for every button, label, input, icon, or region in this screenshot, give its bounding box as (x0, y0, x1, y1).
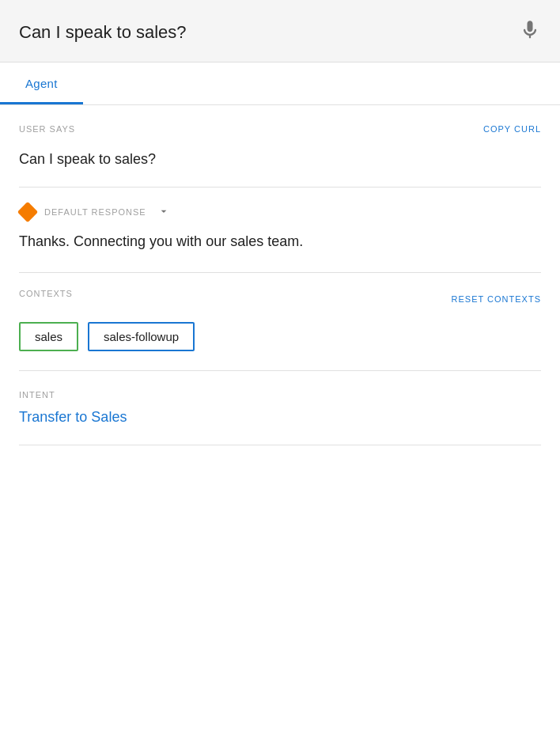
agent-icon (19, 203, 36, 221)
intent-link[interactable]: Transfer to Sales (19, 409, 541, 445)
contexts-label: CONTEXTS (19, 289, 73, 298)
contexts-section: CONTEXTS RESET CONTEXTS sales sales-foll… (19, 273, 541, 370)
header: Can I speak to sales? (0, 0, 560, 62)
default-response-section: DEFAULT RESPONSE Thanks. Connecting you … (19, 188, 541, 272)
divider-4 (19, 445, 541, 445)
response-label: DEFAULT RESPONSE (44, 207, 146, 217)
user-says-label: USER SAYS (19, 124, 75, 134)
tab-agent[interactable]: Agent (0, 62, 83, 104)
user-query-text: Can I speak to sales? (19, 151, 541, 187)
intent-section: INTENT Transfer to Sales (19, 371, 541, 445)
user-says-section: USER SAYS COPY CURL Can I speak to sales… (19, 105, 541, 187)
header-query: Can I speak to sales? (19, 22, 187, 43)
reset-contexts-button[interactable]: RESET CONTEXTS (452, 294, 541, 304)
main-content: USER SAYS COPY CURL Can I speak to sales… (0, 105, 560, 750)
tabs-bar: Agent (0, 62, 560, 105)
intent-label: INTENT (19, 390, 55, 400)
microphone-icon[interactable] (519, 19, 541, 46)
context-tags: sales sales-followup (19, 322, 541, 370)
copy-curl-button[interactable]: COPY CURL (483, 124, 541, 134)
context-tag-sales-followup: sales-followup (88, 322, 195, 351)
dropdown-icon[interactable] (157, 205, 170, 220)
context-tag-sales: sales (19, 322, 78, 351)
response-header: DEFAULT RESPONSE (19, 203, 541, 221)
response-text: Thanks. Connecting you with our sales te… (19, 233, 541, 272)
contexts-row: CONTEXTS RESET CONTEXTS (19, 289, 541, 309)
